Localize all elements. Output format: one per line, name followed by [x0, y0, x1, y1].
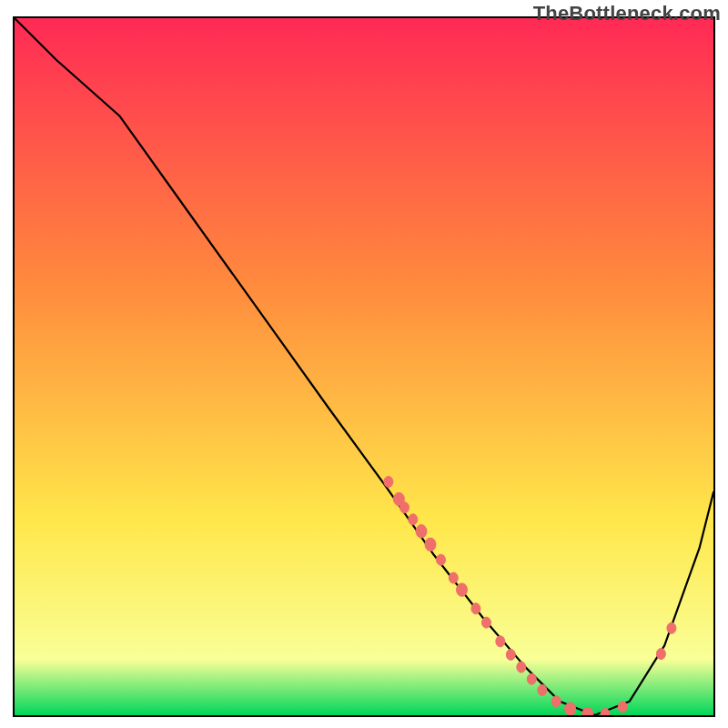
marker-dot: [551, 696, 561, 707]
plot-frame: [13, 16, 715, 717]
marker-dot: [601, 709, 610, 716]
marker-dot: [667, 622, 676, 633]
marker-dot: [409, 514, 418, 525]
marker-dot: [449, 572, 458, 583]
marker-dot: [517, 662, 526, 672]
watermark-text: TheBottleneck.com: [533, 2, 721, 25]
marker-dot: [425, 538, 436, 551]
marker-dot: [618, 702, 627, 713]
marker-dot: [437, 554, 446, 565]
marker-dot: [416, 525, 427, 538]
marker-dot: [400, 502, 410, 513]
marker-dot: [506, 649, 515, 660]
marker-dot: [565, 703, 576, 715]
plot-svg: [15, 18, 713, 715]
marker-dot: [496, 636, 505, 647]
marker-dot: [481, 617, 490, 628]
marker-dot: [471, 603, 480, 614]
gradient-background: [15, 18, 713, 715]
marker-dot: [656, 649, 665, 660]
marker-dot: [527, 673, 536, 684]
chart-stage: TheBottleneck.com: [0, 0, 728, 728]
marker-dot: [538, 684, 547, 695]
marker-dot: [457, 583, 468, 596]
marker-dot: [384, 476, 393, 487]
